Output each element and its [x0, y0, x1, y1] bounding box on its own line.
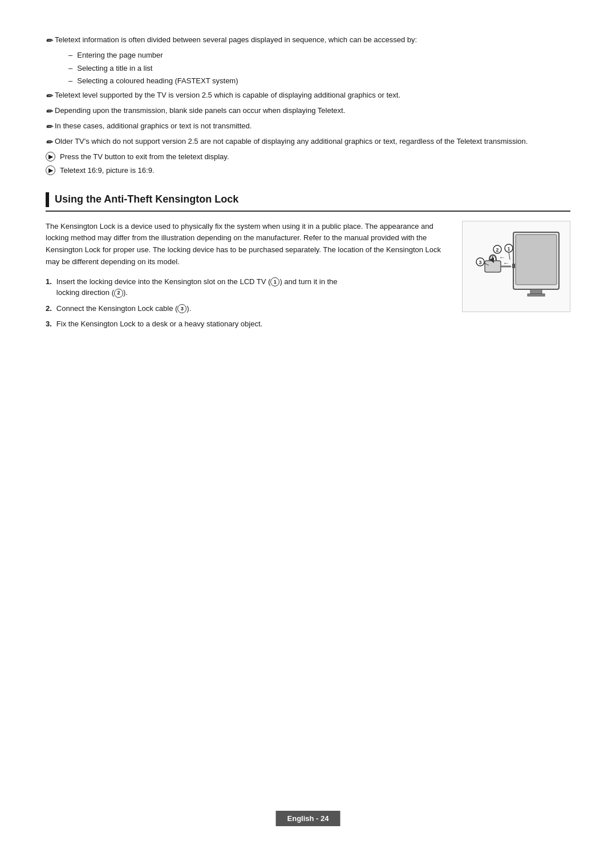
note-row-6: ▶ Press the TV button to exit from the t… [46, 151, 570, 163]
note-text-2: Teletext level supported by the TV is ve… [55, 90, 570, 101]
note-text-7: Teletext 16:9, picture is 16:9. [60, 165, 570, 176]
kensington-left: The Kensington Lock is a device used to … [46, 221, 451, 334]
bullet-text-3: Selecting a coloured heading (FASTEXT sy… [77, 75, 238, 87]
step-item-3: 3. Fix the Kensington Lock to a desk or … [46, 318, 451, 330]
bullet-text-2: Selecting a title in a list [77, 63, 152, 74]
note-icon-3: ✏ [46, 106, 52, 118]
svg-text:←: ← [499, 254, 505, 261]
svg-rect-4 [512, 264, 515, 268]
kensington-illustration: 3 2 1 ← ← [462, 221, 570, 312]
bullet-item-2: – Selecting a title in a list [68, 63, 570, 74]
step-content-1: Insert the locking device into the Kensi… [56, 276, 451, 298]
step-item-2: 2. Connect the Kensington Lock cable (3)… [46, 303, 451, 314]
step-num-1: 1. [46, 276, 52, 288]
kensington-svg: 3 2 1 ← ← [468, 227, 565, 306]
page: ✏ Teletext information is often divided … [0, 0, 616, 849]
step-item-1: 1. Insert the locking device into the Ke… [46, 276, 451, 298]
kensington-description: The Kensington Lock is a device used to … [46, 221, 451, 268]
svg-rect-3 [528, 294, 545, 296]
circled-3: 3 [177, 304, 187, 313]
step-content-3: Fix the Kensington Lock to a desk or a h… [56, 318, 451, 330]
notes-section: ✏ Teletext information is often divided … [46, 34, 570, 176]
svg-line-13 [509, 252, 510, 260]
bullet-item-1: – Entering the page number [68, 50, 570, 61]
svg-rect-2 [530, 289, 542, 294]
caution-icon-6: ▶ [46, 152, 58, 161]
svg-rect-1 [516, 235, 557, 285]
step-num-3: 3. [46, 318, 52, 330]
note-icon-5: ✏ [46, 136, 52, 148]
bullet-text-1: Entering the page number [77, 50, 163, 61]
note-row-4: ✏ In these cases, additional graphics or… [46, 120, 570, 133]
note-icon-1: ✏ [46, 35, 52, 47]
page-footer: English - 24 [276, 811, 341, 826]
note-text-3: Depending upon the transmission, blank s… [55, 105, 570, 116]
note-row-3: ✏ Depending upon the transmission, blank… [46, 105, 570, 118]
step-num-2: 2. [46, 303, 52, 314]
note-row-7: ▶ Teletext 16:9, picture is 16:9. [46, 165, 570, 176]
svg-text:2: 2 [496, 247, 499, 253]
note-text-5: Older TV's which do not support version … [55, 136, 570, 147]
svg-rect-5 [485, 261, 501, 272]
note-icon-4: ✏ [46, 121, 52, 133]
circled-2: 2 [114, 289, 123, 298]
step-list: 1. Insert the locking device into the Ke… [46, 276, 451, 330]
svg-text:3: 3 [479, 260, 481, 265]
bullet-item-3: – Selecting a coloured heading (FASTEXT … [68, 75, 570, 87]
note-row-1: ✏ Teletext information is often divided … [46, 34, 570, 47]
note-text-1: Teletext information is often divided be… [55, 34, 570, 46]
note-text-4: In these cases, additional graphics or t… [55, 120, 570, 132]
note-text-6: Press the TV button to exit from the tel… [60, 151, 570, 163]
note-icon-2: ✏ [46, 90, 52, 102]
section-heading: Using the Anti-Theft Kensington Lock [46, 192, 570, 212]
bullet-list-1: – Entering the page number – Selecting a… [68, 50, 570, 87]
page-number-label: English - 24 [287, 814, 329, 823]
step-content-2: Connect the Kensington Lock cable (3). [56, 303, 451, 314]
circled-1: 1 [270, 277, 279, 286]
note-row-5: ✏ Older TV's which do not support versio… [46, 136, 570, 148]
heading-bar [46, 192, 49, 207]
svg-text:1: 1 [507, 246, 510, 252]
page-number-box: English - 24 [276, 811, 341, 826]
caution-icon-7: ▶ [46, 165, 58, 175]
note-row-2: ✏ Teletext level supported by the TV is … [46, 90, 570, 102]
kensington-container: The Kensington Lock is a device used to … [46, 221, 570, 334]
section-title: Using the Anti-Theft Kensington Lock [55, 193, 238, 205]
